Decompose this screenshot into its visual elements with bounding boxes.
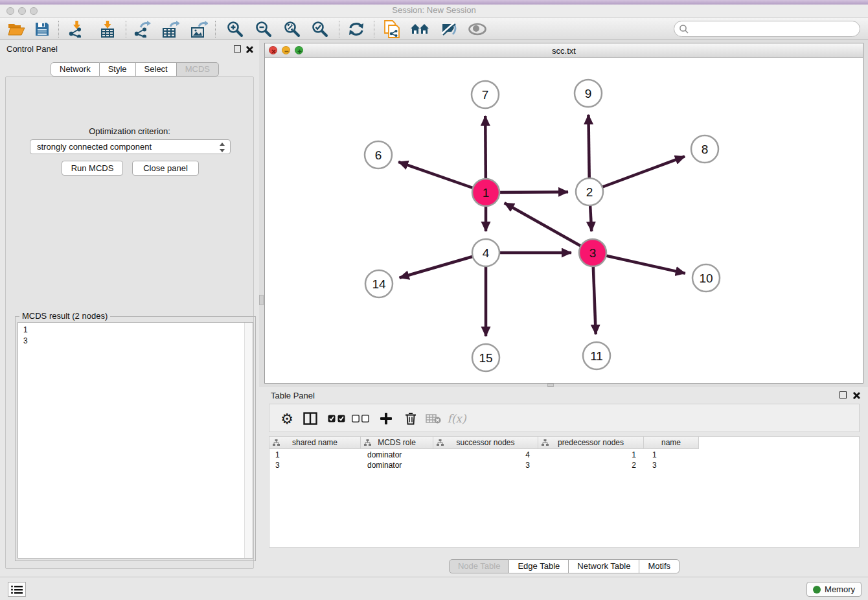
node-label: 10 xyxy=(699,271,713,285)
close-panel-icon[interactable] xyxy=(246,45,253,53)
graph-node-9[interactable]: 9 xyxy=(575,80,602,107)
float-panel-icon[interactable] xyxy=(839,391,847,398)
fx-icon: f(x) xyxy=(447,412,466,425)
show-columns-button[interactable] xyxy=(299,404,321,433)
run-mcds-button[interactable]: Run MCDS xyxy=(62,161,123,176)
tab-network[interactable]: Network xyxy=(51,62,100,76)
list-icon xyxy=(10,584,23,595)
save-session-button[interactable] xyxy=(30,20,54,38)
mcds-panel: Optimization criterion: strongly connect… xyxy=(5,76,254,569)
graph-node-10[interactable]: 10 xyxy=(692,264,720,292)
close-panel-button[interactable]: Close panel xyxy=(132,161,199,176)
tab-motifs[interactable]: Motifs xyxy=(639,559,680,573)
task-history-button[interactable] xyxy=(8,582,26,597)
result-scrollbar[interactable] xyxy=(244,323,253,558)
graph-node-11[interactable]: 11 xyxy=(583,342,610,369)
mcds-result-text[interactable]: 13 xyxy=(17,322,253,559)
select-all-button[interactable] xyxy=(325,404,347,433)
close-panel-icon[interactable] xyxy=(852,391,860,399)
save-icon xyxy=(35,22,49,36)
toolbar-separator xyxy=(339,21,339,38)
export-table-button[interactable] xyxy=(158,20,183,38)
optimization-criterion-label: Optimization criterion: xyxy=(6,126,253,136)
column-header-label: MCDS role xyxy=(378,438,416,447)
graph-node-8[interactable]: 8 xyxy=(691,135,718,163)
deselect-all-button[interactable] xyxy=(349,404,371,433)
clone-network-icon xyxy=(383,20,400,38)
column-header-successor-nodes[interactable]: successor nodes xyxy=(433,437,538,449)
export-network-button[interactable] xyxy=(130,20,154,38)
network-window: scc.txt 7968124314101511 xyxy=(264,43,863,384)
select-stepper-icon xyxy=(219,142,225,157)
search-icon xyxy=(679,24,689,34)
tab-mcds[interactable]: MCDS xyxy=(177,62,219,76)
result-line: 3 xyxy=(23,336,253,347)
refresh-layout-button[interactable] xyxy=(344,20,369,38)
titlebar-accent xyxy=(0,0,868,5)
zoom-fit-icon xyxy=(284,21,301,38)
graph-node-7[interactable]: 7 xyxy=(472,81,499,108)
node-label: 7 xyxy=(482,88,489,102)
vertical-splitter-grip[interactable] xyxy=(259,295,264,305)
tab-node-table[interactable]: Node Table xyxy=(449,559,510,573)
table-row[interactable]: 1dominator411 xyxy=(269,450,702,460)
add-column-button[interactable] xyxy=(375,404,397,433)
clone-network-button[interactable] xyxy=(380,20,404,38)
network-canvas[interactable]: 7968124314101511 xyxy=(265,58,863,384)
memory-status-icon xyxy=(813,586,821,594)
column-type-icon xyxy=(437,439,444,446)
column-header-label: predecessor nodes xyxy=(558,438,624,447)
function-builder-button[interactable]: f(x) xyxy=(446,404,468,433)
graph-edge-2-8[interactable] xyxy=(589,156,685,192)
network-window-titlebar[interactable]: scc.txt xyxy=(265,43,863,58)
column-header-MCDS-role[interactable]: MCDS role xyxy=(361,437,433,449)
node-label: 15 xyxy=(479,351,492,365)
search-input[interactable] xyxy=(689,24,860,34)
node-label: 8 xyxy=(702,143,709,156)
column-header-predecessor-nodes[interactable]: predecessor nodes xyxy=(538,437,644,449)
delete-column-button[interactable] xyxy=(400,404,422,433)
tab-style[interactable]: Style xyxy=(100,62,136,76)
import-network-button[interactable] xyxy=(64,20,89,38)
export-image-icon xyxy=(190,21,208,38)
zoom-selected-button[interactable] xyxy=(308,20,332,38)
graph-node-15[interactable]: 15 xyxy=(472,344,499,371)
float-panel-icon[interactable] xyxy=(234,45,241,52)
neighbors-button[interactable] xyxy=(408,20,433,38)
tab-select[interactable]: Select xyxy=(136,62,177,76)
graph-node-3[interactable]: 3 xyxy=(579,239,606,266)
tab-edge-table[interactable]: Edge Table xyxy=(509,559,569,573)
graph-node-6[interactable]: 6 xyxy=(365,141,392,168)
import-table-button[interactable] xyxy=(95,20,120,38)
graph-node-2[interactable]: 2 xyxy=(576,178,603,205)
graph-edge-3-1[interactable] xyxy=(505,203,593,253)
graph-node-14[interactable]: 14 xyxy=(365,270,393,297)
column-header-name[interactable]: name xyxy=(644,437,699,449)
export-image-button[interactable] xyxy=(187,20,211,38)
delete-table-icon xyxy=(426,413,441,424)
zoom-out-button[interactable] xyxy=(251,20,276,38)
column-header-shared-name[interactable]: shared name xyxy=(269,437,361,449)
eye-icon xyxy=(468,23,487,36)
refresh-icon xyxy=(348,21,365,37)
tab-network-table[interactable]: Network Table xyxy=(569,559,639,573)
toolbar-separator xyxy=(58,21,59,38)
show-details-button[interactable] xyxy=(465,20,490,38)
column-type-icon xyxy=(542,439,549,446)
node-label: 6 xyxy=(375,148,382,162)
table-row[interactable]: 3dominator323 xyxy=(269,460,702,470)
zoom-in-button[interactable] xyxy=(223,20,247,38)
graph-node-1[interactable]: 1 xyxy=(472,179,499,206)
hide-annotations-button[interactable] xyxy=(437,20,461,38)
graph-node-4[interactable]: 4 xyxy=(472,239,499,266)
table-settings-button[interactable]: ⚙ xyxy=(276,404,298,433)
criterion-select[interactable]: strongly connected component xyxy=(30,139,231,154)
hide-annotations-icon xyxy=(440,21,458,37)
open-session-button[interactable] xyxy=(4,20,29,38)
zoom-fit-button[interactable] xyxy=(280,20,304,38)
delete-table-button[interactable] xyxy=(422,404,444,433)
node-label: 4 xyxy=(483,246,490,260)
mcds-result-fieldset: MCDS result (2 nodes) 13 xyxy=(15,316,256,561)
table-cell: 4 xyxy=(435,450,540,460)
memory-button[interactable]: Memory xyxy=(806,582,862,597)
